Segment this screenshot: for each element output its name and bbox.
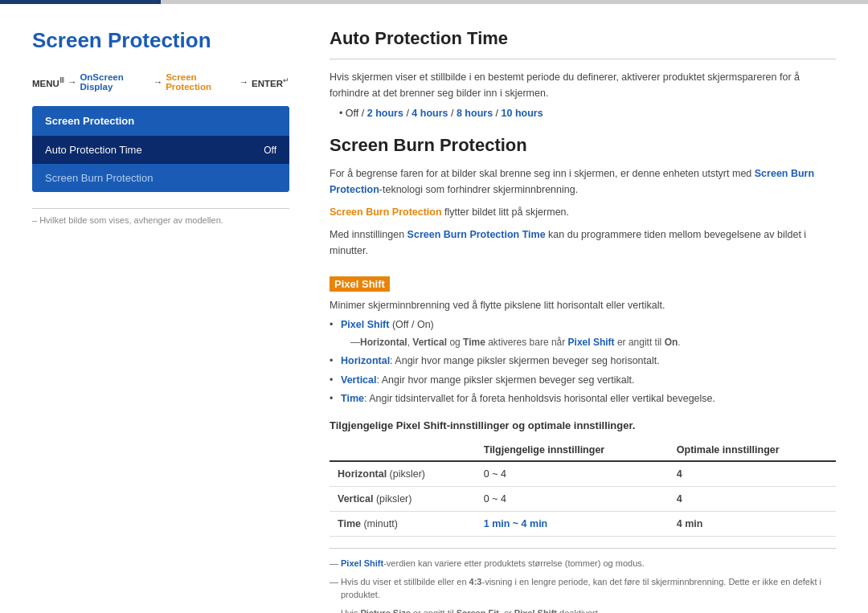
table-section-title: Tilgjengelige Pixel Shift-innstillinger … [330, 419, 836, 431]
breadcrumb-item-2: Screen Protection [166, 72, 235, 92]
bullet2-link: Horizontal [341, 355, 390, 366]
bullet-3: Vertical: Angir hvor mange piksler skjer… [330, 373, 836, 388]
table-cell-label-time: Time (minutt) [330, 512, 476, 537]
page-title: Screen Protection [32, 28, 289, 53]
section1-divider [330, 59, 836, 59]
breadcrumb: MENUⅢ → OnScreen Display → Screen Protec… [32, 72, 289, 92]
bullet1-sub-vertical: Vertical [412, 337, 447, 348]
bullet1-text: (Off / On) [389, 319, 433, 330]
bullet4-link: Time [341, 393, 364, 404]
section2-desc1-suffix: -teknologi som forhindrer skjerminnbrenn… [379, 184, 578, 195]
pixel-shift-title: Pixel Shift [330, 276, 390, 292]
section2-desc1: For å begrense faren for at bilder skal … [330, 166, 836, 198]
bullet3-link: Vertical [341, 374, 376, 386]
left-footnote: – Hvilket bilde som vises, avhenger av m… [32, 208, 289, 225]
table-cell-label-horizontal: Horizontal (piksler) [330, 461, 476, 487]
nav-item-label-1: Auto Protection Time [45, 144, 142, 156]
footnotes-section: Pixel Shift-verdien kan variere etter pr… [330, 548, 836, 613]
fn3-bold-screenfit: Screen Fit [457, 608, 499, 614]
opt-sep-3: / [451, 108, 457, 119]
table-cell-label-vertical: Vertical (piksler) [330, 487, 476, 512]
fn1-link: Pixel Shift [341, 558, 383, 568]
breadcrumb-enter: ENTER↵ [252, 76, 289, 88]
pixel-shift-bullets: Pixel Shift (Off / On) Horizontal, Verti… [330, 317, 836, 407]
table-cell-available-time: 1 min ~ 4 min [476, 512, 669, 537]
bullet-1: Pixel Shift (Off / On) Horizontal, Verti… [330, 317, 836, 349]
section1-title: Auto Protection Time [330, 28, 836, 49]
opt-off: Off [346, 108, 358, 119]
table-cell-optimal-vertical: 4 [669, 487, 836, 512]
section1-desc: Hvis skjermen viser et stillbilde i en b… [330, 69, 836, 101]
opt-4h: 4 hours [411, 108, 448, 119]
opt-8h: 8 hours [457, 108, 493, 119]
section2-link3: Screen Burn Protection Time [407, 229, 546, 240]
breadcrumb-arrow-1: → [68, 77, 77, 87]
section2-desc1-text: For å begrense faren for at bilder skal … [330, 168, 755, 179]
table-row-horizontal: Horizontal (piksler) 0 ~ 4 4 [330, 461, 836, 487]
table-header-label [330, 439, 476, 461]
bullet1-sub-pixelshift: Pixel Shift [568, 337, 615, 348]
fn3-bold-picturesize: Picture Size [360, 608, 410, 614]
nav-item-value-1: Off [264, 145, 276, 156]
bullet1-sub-horizontal: Horizontal [360, 337, 407, 348]
table-row-time: Time (minutt) 1 min ~ 4 min 4 min [330, 512, 836, 537]
table-header-available: Tilgjengelige innstillinger [476, 439, 669, 461]
nav-item-auto-protection[interactable]: Auto Protection Time Off [32, 136, 289, 164]
right-panel: Auto Protection Time Hvis skjermen viser… [321, 28, 836, 613]
table-cell-optimal-horizontal: 4 [669, 461, 836, 487]
menu-label: MENUⅢ [32, 76, 64, 88]
opt-10h: 10 hours [502, 108, 543, 119]
table-cell-available-vertical: 0 ~ 4 [476, 487, 669, 512]
left-panel: Screen Protection MENUⅢ → OnScreen Displ… [32, 28, 289, 613]
bullet1-sub-time: Time [463, 337, 485, 348]
breadcrumb-arrow-3: → [240, 77, 249, 87]
section2-desc2-suffix: flytter bildet litt på skjermen. [442, 206, 569, 218]
footnote-3: Hvis Picture Size er angitt til Screen F… [330, 607, 836, 614]
top-line-left [0, 0, 161, 4]
bullet-4: Time: Angir tidsintervallet for å foreta… [330, 391, 836, 407]
table-row-vertical: Vertical (piksler) 0 ~ 4 4 [330, 487, 836, 512]
fn3-bold-pixelshift: Pixel Shift [514, 608, 557, 614]
footnote-2: Hvis du viser et stillbilde eller en 4:3… [330, 575, 836, 602]
nav-box: Screen Protection Auto Protection Time O… [32, 106, 289, 192]
bullet2-text: : Angir hvor mange piksler skjermen beve… [390, 355, 660, 366]
table-header-optimal: Optimale innstillinger [669, 439, 836, 461]
table-cell-available-horizontal: 0 ~ 4 [476, 461, 669, 487]
bullet1-sub: Horizontal, Vertical og Time aktiveres b… [341, 335, 836, 349]
section-screen-burn: Screen Burn Protection For å begrense fa… [330, 135, 836, 259]
section-auto-protection: Auto Protection Time Hvis skjermen viser… [330, 28, 836, 119]
nav-item-label-2: Screen Burn Protection [45, 172, 153, 184]
opt-sep-4: / [496, 108, 502, 119]
section1-options: Off / 2 hours / 4 hours / 8 hours / 10 h… [330, 108, 836, 119]
pixel-shift-desc: Minimer skjerminnbrenning ved å flytte p… [330, 300, 836, 311]
opt-2h: 2 hours [367, 108, 403, 119]
pixel-shift-section: Pixel Shift Minimer skjerminnbrenning ve… [330, 265, 836, 613]
bullet-2: Horizontal: Angir hvor mange piksler skj… [330, 353, 836, 369]
fn2-bold-43: 4:3 [469, 577, 482, 586]
section2-desc2: Screen Burn Protection flytter bildet li… [330, 204, 836, 220]
nav-box-header: Screen Protection [32, 106, 289, 136]
footnote-1: Pixel Shift-verdien kan variere etter pr… [330, 557, 836, 570]
table-cell-optimal-time: 4 min [669, 512, 836, 537]
bullet1-link: Pixel Shift [341, 319, 389, 330]
section2-desc3-prefix: Med innstillingen [330, 229, 407, 240]
bullet3-text: : Angir hvor mange piksler skjermen beve… [376, 374, 634, 386]
opt-sep-1: / [362, 108, 367, 119]
nav-item-screen-burn[interactable]: Screen Burn Protection [32, 164, 289, 192]
section2-link2: Screen Burn Protection [330, 206, 442, 218]
breadcrumb-item-1: OnScreen Display [80, 72, 149, 92]
top-line-right [161, 0, 868, 4]
pixel-shift-table: Tilgjengelige innstillinger Optimale inn… [330, 439, 836, 537]
section2-title: Screen Burn Protection [330, 135, 836, 156]
bullet4-text: : Angir tidsintervallet for å foreta hen… [364, 393, 715, 404]
section2-desc3: Med innstillingen Screen Burn Protection… [330, 227, 836, 259]
bullet1-sub-on: On [665, 337, 678, 348]
breadcrumb-arrow-2: → [154, 77, 163, 87]
